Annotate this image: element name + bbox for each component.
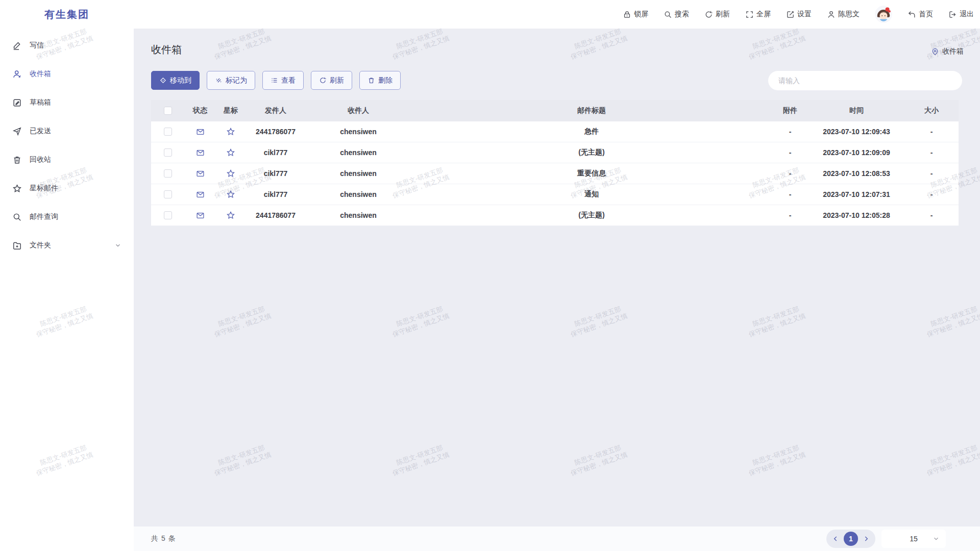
page-size-select[interactable]: 15 <box>881 530 946 548</box>
mark-icon <box>215 77 223 84</box>
sidebar-item-folders[interactable]: 文件夹 <box>0 234 134 257</box>
search-label: 搜索 <box>675 10 689 19</box>
row-checkbox[interactable] <box>164 148 172 157</box>
subject-cell[interactable]: 急件 <box>411 127 772 136</box>
row-checkbox[interactable] <box>164 128 172 136</box>
search-input[interactable] <box>768 71 962 90</box>
sidebar-item-label: 已发送 <box>30 127 51 136</box>
sidebar-item-inbox[interactable]: 收件箱 <box>0 62 134 86</box>
avatar[interactable] <box>875 6 892 23</box>
move-to-button[interactable]: 移动到 <box>151 71 200 90</box>
subject-cell[interactable]: 通知 <box>411 190 772 199</box>
size-cell: - <box>904 148 959 157</box>
mark-as-button[interactable]: 标记为 <box>207 71 255 90</box>
refresh-label: 刷新 <box>716 10 730 19</box>
sidebar-item-starred[interactable]: 星标邮件 <box>0 177 134 200</box>
fullscreen-button[interactable]: 全屏 <box>745 10 771 19</box>
sidebar-item-drafts[interactable]: 草稿箱 <box>0 91 134 114</box>
header-time: 时间 <box>808 106 904 115</box>
sidebar-item-label: 收件箱 <box>30 69 51 79</box>
chevron-down-icon <box>933 535 940 542</box>
settings-button[interactable]: 设置 <box>786 10 812 19</box>
table-header: 状态 星标 发件人 收件人 邮件标题 附件 时间 大小 <box>151 100 959 121</box>
sidebar-item-label: 文件夹 <box>30 241 51 250</box>
delete-label: 删除 <box>378 76 393 85</box>
mail-table: 状态 星标 发件人 收件人 邮件标题 附件 时间 大小 <box>151 100 959 226</box>
sender-cell[interactable]: 2441786077 <box>246 128 305 136</box>
sidebar-item-compose[interactable]: 写信 <box>0 34 134 57</box>
search-icon <box>12 212 22 222</box>
sidebar: 写信 收件箱 草稿箱 已发送 回收站 星标邮件 <box>0 29 134 551</box>
star-icon[interactable] <box>226 211 235 220</box>
settings-label: 设置 <box>797 10 812 19</box>
subject-cell[interactable]: (无主题) <box>411 148 772 157</box>
unread-mail-icon <box>196 148 205 157</box>
home-button[interactable]: 首页 <box>908 10 933 19</box>
sender-cell[interactable]: 2441786077 <box>246 211 305 219</box>
sidebar-item-sent[interactable]: 已发送 <box>0 119 134 143</box>
star-icon[interactable] <box>226 190 235 199</box>
sender-cell[interactable]: cikl777 <box>246 148 305 157</box>
table-body: 2441786077 chensiwen 急件 - 2023-07-10 12:… <box>151 121 959 226</box>
unread-mail-icon <box>196 169 205 178</box>
footer-bar: 共 5 条 1 15 <box>134 527 980 551</box>
search-box <box>768 71 962 90</box>
unread-mail-icon <box>196 211 205 220</box>
move-diamond-icon <box>159 77 167 84</box>
attachment-cell: - <box>772 190 808 198</box>
page-size-value: 15 <box>910 535 918 543</box>
table-row[interactable]: cikl777 chensiwen (无主题) - 2023-07-10 12:… <box>151 142 959 163</box>
logout-label: 退出 <box>960 10 974 19</box>
subject-cell[interactable]: (无主题) <box>411 211 772 220</box>
recipient-cell[interactable]: chensiwen <box>305 148 411 157</box>
view-button[interactable]: 查看 <box>262 71 304 90</box>
table-row[interactable]: 2441786077 chensiwen 急件 - 2023-07-10 12:… <box>151 121 959 142</box>
refresh-icon <box>704 10 713 19</box>
sidebar-item-label: 回收站 <box>30 155 51 164</box>
header-subject: 邮件标题 <box>411 106 772 115</box>
total-count: 共 5 条 <box>151 534 176 543</box>
chevron-down-icon <box>114 242 121 249</box>
time-cell: 2023-07-10 12:08:53 <box>808 169 904 178</box>
sidebar-item-label: 草稿箱 <box>30 98 51 107</box>
row-checkbox[interactable] <box>164 190 172 198</box>
home-back-icon <box>908 10 916 19</box>
folder-plus-icon <box>12 241 22 251</box>
size-cell: - <box>904 169 959 178</box>
sidebar-item-mail-query[interactable]: 邮件查询 <box>0 205 134 229</box>
sidebar-item-label: 写信 <box>30 41 44 50</box>
draft-icon <box>12 98 22 108</box>
recipient-cell[interactable]: chensiwen <box>305 211 411 219</box>
recipient-cell[interactable]: chensiwen <box>305 128 411 136</box>
user-menu[interactable]: 陈思文 <box>827 10 860 19</box>
star-icon[interactable] <box>226 127 235 136</box>
sender-cell[interactable]: cikl777 <box>246 190 305 198</box>
recipient-cell[interactable]: chensiwen <box>305 190 411 198</box>
fullscreen-label: 全屏 <box>756 10 771 19</box>
refresh-list-button[interactable]: 刷新 <box>311 71 352 90</box>
logout-button[interactable]: 退出 <box>948 10 974 19</box>
view-label: 查看 <box>281 76 296 85</box>
delete-button[interactable]: 删除 <box>359 71 401 90</box>
row-checkbox[interactable] <box>164 169 172 178</box>
page-number[interactable]: 1 <box>844 532 858 546</box>
sidebar-item-trash[interactable]: 回收站 <box>0 148 134 171</box>
recipient-cell[interactable]: chensiwen <box>305 169 411 178</box>
size-cell: - <box>904 128 959 136</box>
select-all-checkbox[interactable] <box>164 107 172 115</box>
list-icon <box>271 77 278 84</box>
star-icon[interactable] <box>226 148 235 157</box>
search-button[interactable]: 搜索 <box>664 10 689 19</box>
refresh-button[interactable]: 刷新 <box>704 10 730 19</box>
prev-page-icon[interactable] <box>832 535 839 542</box>
table-row[interactable]: cikl777 chensiwen 重要信息 - 2023-07-10 12:0… <box>151 163 959 184</box>
star-icon[interactable] <box>226 169 235 178</box>
row-checkbox[interactable] <box>164 211 172 219</box>
next-page-icon[interactable] <box>863 535 870 542</box>
table-row[interactable]: 2441786077 chensiwen (无主题) - 2023-07-10 … <box>151 205 959 226</box>
lock-screen-button[interactable]: 锁屏 <box>623 10 648 19</box>
subject-cell[interactable]: 重要信息 <box>411 169 772 178</box>
table-row[interactable]: cikl777 chensiwen 通知 - 2023-07-10 12:07:… <box>151 184 959 205</box>
toolbar: 移动到 标记为 查看 刷新 删除 <box>151 71 401 90</box>
sender-cell[interactable]: cikl777 <box>246 169 305 178</box>
